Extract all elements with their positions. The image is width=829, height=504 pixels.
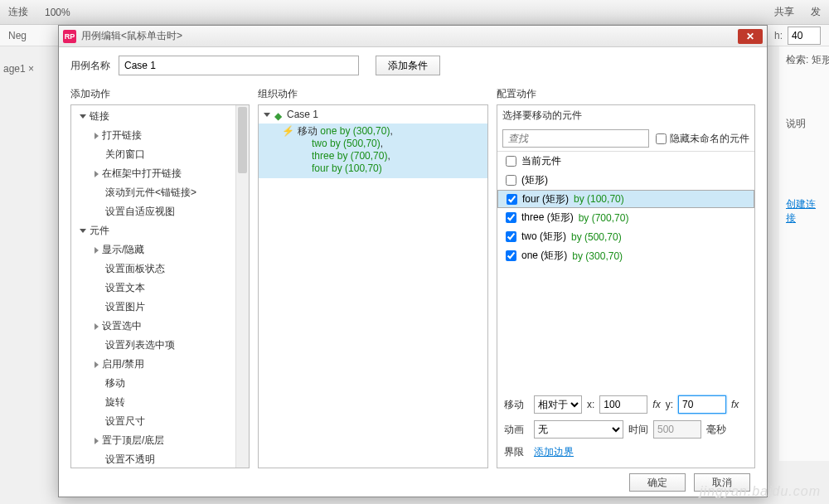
x-input[interactable]: [599, 395, 647, 414]
case-name-label: 用例名称: [70, 59, 110, 73]
widget-row[interactable]: one (矩形) by (300,70): [497, 246, 754, 265]
h-input[interactable]: [788, 27, 821, 45]
widget-checkbox[interactable]: [506, 231, 516, 242]
actions-tree-panel: 链接打开链接关闭窗口在框架中打开链接滚动到元件<锚链接>设置自适应视图元件显示/…: [70, 104, 250, 468]
tree-item[interactable]: 设置选中: [71, 317, 249, 336]
cancel-button[interactable]: 取消: [694, 473, 750, 492]
tree-item[interactable]: 元件: [71, 221, 249, 240]
desc-label: 说明: [786, 117, 822, 131]
fx-y[interactable]: fx: [731, 399, 739, 410]
tree-item[interactable]: 设置不透明: [71, 450, 249, 468]
tree-item[interactable]: 链接: [71, 107, 249, 126]
tree-item[interactable]: 滚动到元件<锚链接>: [71, 183, 249, 202]
y-input[interactable]: [678, 395, 726, 414]
widget-row[interactable]: 当前元件: [497, 152, 754, 171]
toolbar-zoom[interactable]: 100%: [45, 7, 70, 18]
col1-title: 添加动作: [70, 84, 250, 104]
tree-item[interactable]: 置于顶层/底层: [71, 431, 249, 450]
page-tab[interactable]: age1 ×: [3, 63, 34, 75]
tree-item[interactable]: 设置文本: [71, 279, 249, 298]
case-icon: ◆: [274, 110, 283, 119]
col2-title: 组织动作: [258, 84, 488, 104]
anim-label: 动画: [504, 423, 529, 437]
filter-label: 检索: 矩形: [786, 53, 822, 67]
widget-checkbox[interactable]: [506, 212, 516, 223]
search-input[interactable]: [502, 129, 649, 148]
move-type-select[interactable]: 相对于: [534, 395, 582, 414]
tree-item[interactable]: 旋转: [71, 393, 249, 412]
bounds-label: 界限: [504, 445, 529, 459]
toolbar-share[interactable]: 共享: [774, 5, 794, 19]
widget-row[interactable]: two (矩形) by (500,70): [497, 227, 754, 246]
move-label: 移动: [504, 398, 529, 412]
chevron-right-icon: [95, 171, 99, 177]
config-panel: 选择要移动的元件 隐藏未命名的元件 当前元件(矩形)four (矩形) by (…: [497, 104, 755, 468]
col3-title: 配置动作: [497, 84, 755, 104]
tree-item[interactable]: 设置图片: [71, 298, 249, 317]
tree-item[interactable]: 设置自适应视图: [71, 202, 249, 221]
widget-checkbox[interactable]: [507, 194, 517, 205]
chevron-right-icon: [95, 438, 99, 444]
anim-select[interactable]: 无: [534, 420, 623, 439]
add-condition-button[interactable]: 添加条件: [376, 56, 440, 75]
scrollbar[interactable]: [235, 105, 249, 468]
case-name-input[interactable]: [119, 56, 359, 75]
neg-label: Neg: [8, 30, 27, 41]
chevron-down-icon: [264, 113, 270, 117]
select-widget-label: 选择要移动的元件: [497, 105, 754, 126]
add-bounds-link[interactable]: 添加边界: [534, 445, 574, 459]
widget-checkbox[interactable]: [506, 175, 516, 186]
chevron-right-icon: [95, 361, 99, 368]
tree-item[interactable]: 在框架中打开链接: [71, 164, 249, 183]
widget-checkbox[interactable]: [506, 156, 516, 167]
ms-label: 毫秒: [706, 423, 726, 437]
hide-unnamed-checkbox[interactable]: 隐藏未命名的元件: [656, 132, 749, 146]
tree-item[interactable]: 设置列表选中项: [71, 336, 249, 355]
case-node[interactable]: ◆ Case 1: [259, 105, 487, 124]
time-input: [653, 420, 701, 439]
widget-row[interactable]: (矩形): [497, 171, 754, 190]
chevron-right-icon: [95, 133, 99, 139]
case-node-label: Case 1: [287, 109, 318, 120]
chevron-right-icon: [95, 323, 99, 330]
tree-item[interactable]: 关闭窗口: [71, 145, 249, 164]
move-action-block[interactable]: ⚡移动 one by (300,70), two by (500,70), th…: [259, 124, 487, 178]
tree-item[interactable]: 设置尺寸: [71, 412, 249, 431]
fx-x[interactable]: fx: [652, 399, 660, 410]
right-panel: 检索: 矩形 说明 创建连接: [779, 46, 829, 461]
y-label: y:: [666, 399, 673, 410]
close-icon[interactable]: ✕: [738, 29, 763, 44]
dialog-title: 用例编辑<鼠标单击时>: [81, 29, 738, 43]
dialog-titlebar[interactable]: RP 用例编辑<鼠标单击时> ✕: [59, 26, 767, 47]
h-label: h:: [774, 30, 783, 41]
time-label: 时间: [628, 423, 648, 437]
tree-item[interactable]: 打开链接: [71, 126, 249, 145]
toolbar-publish[interactable]: 发: [811, 5, 821, 19]
chevron-down-icon: [80, 229, 86, 233]
widget-row[interactable]: four (矩形) by (100,70): [497, 190, 754, 208]
create-link[interactable]: 创建连接: [786, 197, 822, 225]
ok-button[interactable]: 确定: [629, 473, 686, 492]
chevron-down-icon: [80, 114, 86, 119]
tree-item[interactable]: 移动: [71, 374, 249, 393]
app-toolbar: 连接 100% 共享 发: [0, 0, 829, 25]
rp-icon: RP: [63, 30, 76, 43]
tree-item[interactable]: 显示/隐藏: [71, 240, 249, 259]
widget-row[interactable]: three (矩形) by (700,70): [497, 208, 754, 227]
toolbar-connect[interactable]: 连接: [8, 5, 28, 19]
case-editor-dialog: RP 用例编辑<鼠标单击时> ✕ 用例名称 添加条件 添加动作 链接打开链接关闭…: [58, 25, 768, 497]
lightning-icon: ⚡: [282, 125, 294, 137]
organize-panel: ◆ Case 1 ⚡移动 one by (300,70), two by (50…: [258, 104, 488, 468]
widget-checkbox[interactable]: [506, 250, 516, 261]
tree-item[interactable]: 启用/禁用: [71, 355, 249, 374]
tree-item[interactable]: 设置面板状态: [71, 259, 249, 279]
chevron-right-icon: [95, 247, 99, 254]
x-label: x:: [587, 399, 594, 410]
